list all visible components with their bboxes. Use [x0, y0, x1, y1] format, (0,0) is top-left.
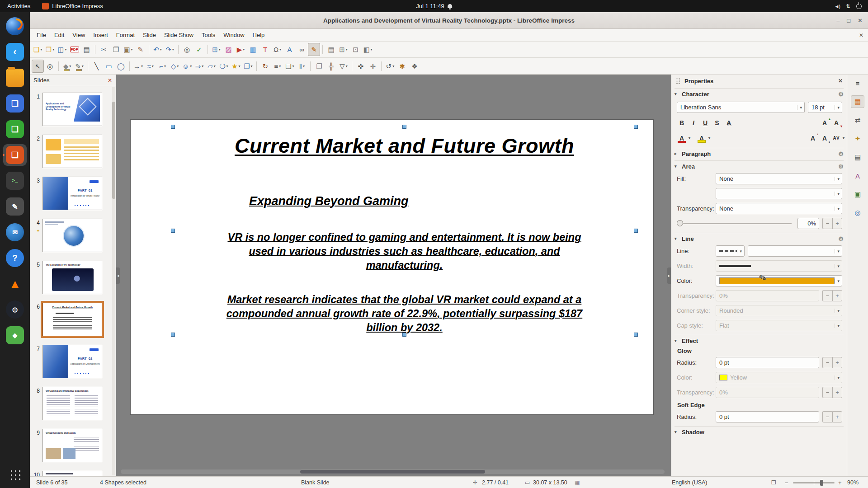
toggle-extrusion-button[interactable]: ❖ [408, 60, 420, 73]
display-grid-button[interactable]: ⊞▾ [337, 43, 349, 56]
section-effect[interactable]: Effect [675, 335, 844, 345]
dropdown-arrow-icon[interactable]: ▾ [190, 64, 192, 68]
arrow-style-dropdown[interactable] [716, 245, 745, 257]
menu-slide-show[interactable]: Slide Show [160, 30, 198, 40]
dropdown-arrow-icon[interactable] [835, 249, 840, 253]
align-objects-button[interactable]: ≡▾ [271, 60, 283, 73]
spelling-button[interactable]: ✓ [193, 43, 205, 56]
insert-text-box-button[interactable]: T [259, 43, 271, 56]
slide-thumbnail[interactable]: Applications and Development of Virtual … [42, 93, 102, 126]
distribute-button[interactable]: ‖▾ [296, 60, 308, 73]
activities-button[interactable]: Activities [0, 0, 38, 12]
insert-chart-button[interactable]: ▥ [247, 43, 259, 56]
dock-libreoffice-calc[interactable]: ❏ [3, 118, 27, 140]
edit-points-button[interactable]: ✜ [354, 60, 367, 73]
basic-shapes-button[interactable]: ◇▾ [169, 60, 181, 73]
soft-edge-radius-increase[interactable]: + [832, 411, 842, 422]
strikethrough-button[interactable]: S [711, 117, 723, 128]
panel-collapse-handle-left[interactable] [116, 267, 120, 284]
slides-scrollbar-thumb[interactable] [112, 102, 115, 199]
slide-thumbnail[interactable] [42, 219, 102, 252]
dropdown-arrow-icon[interactable]: ▾ [172, 47, 174, 52]
language-status[interactable]: English (USA) [672, 479, 708, 486]
decrease-font-size-button[interactable]: A [830, 117, 842, 128]
dropdown-arrow-icon[interactable]: ▾ [303, 64, 305, 68]
insert-image-button[interactable]: ▨ [222, 43, 235, 56]
dock-thunderbird[interactable]: ✉ [3, 221, 27, 243]
dropdown-arrow-icon[interactable]: ▾ [69, 64, 71, 68]
dropdown-arrow-icon[interactable]: ▾ [226, 64, 228, 68]
dropdown-arrow-icon[interactable]: ▾ [152, 64, 154, 68]
dropdown-arrow-icon[interactable]: ▾ [279, 64, 281, 68]
transparency-slider[interactable] [677, 218, 793, 229]
zoom-percent[interactable]: 90% [847, 479, 859, 486]
line-transparency-field[interactable]: 0% [716, 290, 819, 301]
tab-navigator[interactable]: ◎ [851, 206, 864, 219]
soft-edge-radius-field[interactable]: 0 pt [716, 411, 819, 422]
zoom-slider[interactable] [793, 482, 835, 483]
system-tray[interactable] [834, 3, 868, 9]
dropdown-arrow-icon[interactable]: ▾ [131, 47, 133, 52]
line-transparency-increase[interactable]: + [832, 290, 842, 301]
slide-paragraph-2[interactable]: Market research indicates that the globa… [173, 293, 636, 335]
slide-title-text[interactable]: Current Market and Future Growth [173, 134, 636, 158]
dropdown-arrow-icon[interactable]: ▾ [243, 47, 245, 52]
glow-radius-field[interactable]: 0 pt [716, 357, 819, 368]
slide-thumbnail-row[interactable]: 8VR Gaming and Interactive Experiences [30, 387, 116, 420]
document-modified-icon[interactable]: ▦ [575, 479, 580, 486]
dropdown-arrow-icon[interactable]: ▾ [346, 47, 348, 52]
undo-button[interactable]: ↶▾ [151, 43, 164, 56]
dropdown-arrow-icon[interactable] [835, 324, 840, 328]
crop-image-button[interactable]: ╬ [325, 60, 337, 73]
close-window-button[interactable] [858, 17, 863, 24]
corner-style-dropdown[interactable]: Rounded [716, 305, 842, 316]
tab-master-slides[interactable]: ▤ [851, 151, 864, 164]
dropdown-arrow-icon[interactable]: ▾ [160, 47, 162, 52]
stars-and-banners-button[interactable]: ★▾ [230, 60, 242, 73]
dropdown-arrow-icon[interactable]: ▾ [65, 47, 67, 52]
increase-font-size-button[interactable]: A [819, 117, 830, 128]
slide-thumbnail-row[interactable]: 4✦ [30, 219, 116, 252]
dropdown-arrow-icon[interactable] [797, 105, 802, 110]
insert-fontwork-button[interactable]: A [283, 43, 296, 56]
horizontal-scrollbar[interactable] [121, 469, 665, 474]
insert-header-footer-button[interactable]: ▤ [325, 43, 337, 56]
soft-edge-radius-decrease[interactable]: − [822, 411, 832, 422]
dock-software-store[interactable]: ◆ [3, 324, 27, 346]
glow-transparency-decrease[interactable]: − [822, 387, 832, 398]
menu-help[interactable]: Help [249, 30, 269, 40]
selection-handle[interactable] [634, 125, 638, 129]
slide-thumbnail[interactable]: Current Market and Future Growth [42, 303, 102, 336]
slide-thumbnail[interactable]: PART- 02Applications in Entertainment [42, 345, 102, 378]
zoom-pan-button[interactable]: ◎ [44, 60, 56, 73]
curves-and-polygons-button[interactable]: ≈▾ [144, 60, 156, 73]
save-button[interactable]: ◫▾ [56, 43, 68, 56]
font-size-combobox[interactable]: 18 pt [808, 102, 842, 113]
dropdown-arrow-icon[interactable]: ▾ [40, 47, 42, 52]
tab-slide-transition[interactable]: ⇄ [851, 114, 864, 127]
tab-styles[interactable]: A [851, 169, 864, 182]
selection-handle[interactable] [634, 333, 638, 337]
close-document-button[interactable] [859, 32, 863, 38]
transparency-type-dropdown[interactable]: None [716, 203, 842, 214]
underline-button[interactable]: U [699, 117, 711, 128]
rectangle-button[interactable]: ▭ [103, 60, 115, 73]
slide-thumbnail-row[interactable]: 5The Evolution of VR Technology [30, 261, 116, 294]
clone-formatting-button[interactable]: ✎ [134, 43, 146, 56]
new-presentation-button[interactable]: ❏▾ [32, 43, 44, 56]
menu-insert[interactable]: Insert [89, 30, 112, 40]
insert-special-character-button[interactable]: Ω▾ [271, 43, 283, 56]
image-filter-button[interactable]: ▽▾ [337, 60, 349, 73]
selection-handle[interactable] [634, 229, 638, 233]
dropdown-arrow-icon[interactable]: ▾ [251, 64, 253, 68]
dock-vscode[interactable]: ‹ [3, 41, 27, 63]
slide-subtitle-text[interactable]: Expanding Beyond Gaming [249, 194, 409, 208]
line-color-dropdown[interactable] [716, 275, 842, 286]
redo-button[interactable]: ↷▾ [164, 43, 176, 56]
title-bar[interactable]: Applications and Development of Virtual … [30, 12, 868, 29]
area-more-options-icon[interactable] [838, 163, 844, 170]
slide-thumbnail[interactable]: PART- 01Introduction to Virtual Reality [42, 177, 102, 210]
dropdown-arrow-icon[interactable] [835, 206, 840, 211]
menu-file[interactable]: File [33, 30, 50, 40]
glow-transparency-increase[interactable]: + [832, 387, 842, 398]
